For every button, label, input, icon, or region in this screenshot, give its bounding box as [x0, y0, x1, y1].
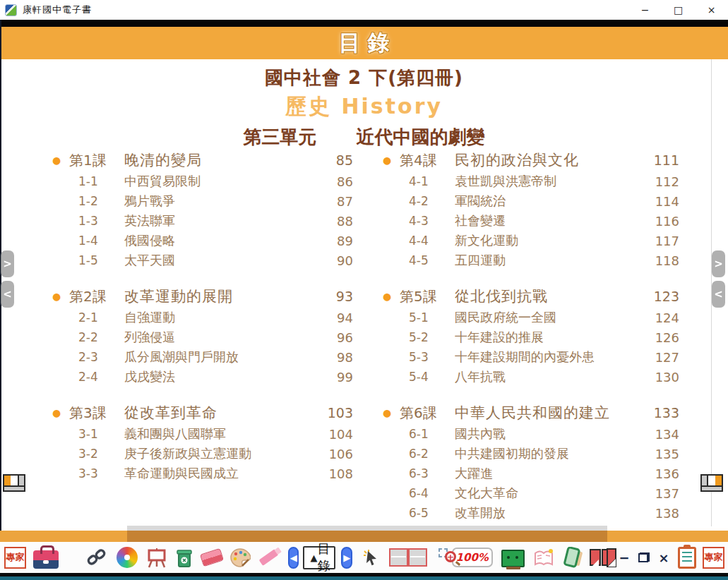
- toolbox-icon[interactable]: [33, 550, 59, 569]
- section-title: 五四運動: [455, 252, 640, 269]
- cursor-icon[interactable]: [362, 548, 381, 567]
- notebook-icon[interactable]: [533, 548, 554, 567]
- toc-sub-row[interactable]: 5-2十年建設的推展126: [374, 327, 679, 347]
- section-title: 國共內戰: [455, 425, 640, 442]
- link-icon[interactable]: [87, 548, 107, 567]
- section-number: 4-1: [400, 174, 455, 188]
- toc-sub-row[interactable]: 3-1義和團與八國聯軍104: [44, 424, 353, 444]
- color-wheel-icon[interactable]: [117, 547, 138, 568]
- toc-section: ●第5課從北伐到抗戰1235-1國民政府統一全國1245-2十年建設的推展126…: [374, 285, 679, 387]
- titlebar: 康軒國中電子書 − □ ×: [0, 0, 728, 20]
- toc-lesson-row[interactable]: ●第3課從改革到革命103: [44, 401, 353, 424]
- toc-sub-row[interactable]: 1-3英法聯軍88: [44, 211, 353, 231]
- toc-sub-row[interactable]: 2-2列強侵逼96: [44, 327, 353, 347]
- zoom-tool-icon[interactable]: +: [438, 547, 448, 568]
- section-title: 俄國侵略: [124, 232, 314, 249]
- palette-icon[interactable]: [229, 548, 251, 568]
- subject-title: 歷史 History: [0, 92, 728, 121]
- maximize-button[interactable]: □: [662, 0, 695, 20]
- page-jump-arrow-icon[interactable]: ▲: [310, 552, 317, 563]
- section-page-number: 117: [640, 234, 679, 248]
- eraser-icon[interactable]: [200, 548, 224, 567]
- toc-sub-row[interactable]: 3-2庚子後新政與立憲運動106: [44, 444, 353, 464]
- lesson-title: 從改革到革命: [124, 403, 314, 423]
- toc-column-left: ●第1課晚清的變局851-1中西貿易限制861-2鴉片戰爭871-3英法聯軍88…: [44, 149, 353, 538]
- toc-sub-row[interactable]: 6-1國共內戰134: [374, 424, 679, 444]
- double-page-view-icon[interactable]: [590, 548, 599, 567]
- toc-sub-row[interactable]: 5-3十年建設期間的內憂外患127: [374, 347, 679, 367]
- section-number: 3-2: [69, 447, 124, 461]
- toc-sub-row[interactable]: 4-2軍閥統治114: [374, 191, 679, 211]
- horizontal-scrollbar-track[interactable]: [127, 526, 607, 531]
- page-forward-button-right[interactable]: >: [712, 250, 725, 277]
- page-back-button-right[interactable]: <: [712, 281, 725, 308]
- toc-sub-row[interactable]: 6-5改革開放138: [374, 503, 679, 523]
- toc-sub-row[interactable]: 2-4戊戌變法99: [44, 367, 353, 387]
- prev-page-button[interactable]: ◀: [288, 547, 299, 569]
- toc-sub-row[interactable]: 4-4新文化運動117: [374, 231, 679, 250]
- section-number: 3-1: [69, 427, 124, 441]
- section-title: 十年建設的推展: [455, 329, 640, 346]
- toc-sub-row[interactable]: 1-2鴉片戰爭87: [44, 191, 353, 211]
- horizontal-scrollbar-thumb[interactable]: [127, 531, 607, 542]
- toc-lesson-row[interactable]: ●第4課民初的政治與文化111: [374, 149, 679, 171]
- section-number: 6-3: [400, 466, 455, 481]
- open-book-icon[interactable]: [388, 547, 429, 569]
- close-button[interactable]: ×: [695, 0, 728, 20]
- trash-icon[interactable]: [176, 548, 193, 568]
- toc-sub-row[interactable]: 6-2中共建國初期的發展135: [374, 444, 679, 464]
- section-page-number: 136: [640, 466, 679, 481]
- page-back-button-left[interactable]: <: [1, 281, 14, 308]
- toc-sub-row[interactable]: 3-3革命運動與民國成立108: [44, 464, 353, 483]
- section-page-number: 135: [640, 447, 679, 461]
- expert-mode-button-right[interactable]: 專家: [703, 547, 724, 569]
- toc-lesson-row[interactable]: ●第5課從北伐到抗戰123: [374, 285, 679, 308]
- clipboard-list-icon[interactable]: [678, 547, 696, 569]
- toc-sub-row[interactable]: 6-3大躍進136: [374, 464, 679, 483]
- chalkboard-icon[interactable]: [501, 550, 525, 567]
- next-page-button[interactable]: ▶: [341, 547, 352, 569]
- toc-sub-row[interactable]: 5-1國民政府統一全國124: [374, 308, 679, 327]
- toc-section: ●第6課中華人民共和國的建立1336-1國共內戰1346-2中共建國初期的發展1…: [374, 401, 679, 523]
- toc-sub-row[interactable]: 4-5五四運動118: [374, 250, 679, 270]
- toc-lesson-row[interactable]: ●第2課改革運動的展開93: [44, 285, 353, 308]
- section-number: 5-4: [400, 370, 455, 384]
- toolbar-close-button[interactable]: ×: [656, 550, 672, 565]
- corner-page-flip-left-icon[interactable]: [3, 474, 25, 492]
- page-selector[interactable]: ▲ 目錄: [303, 546, 335, 569]
- toc-sub-row[interactable]: 1-4俄國侵略89: [44, 231, 353, 250]
- lesson-number: 第4課: [400, 151, 455, 170]
- section-page-number: 134: [640, 427, 679, 442]
- expert-mode-button-left[interactable]: 專家: [4, 547, 26, 569]
- minimize-button[interactable]: −: [628, 0, 662, 20]
- toc-sub-row[interactable]: 1-5太平天國90: [44, 250, 353, 270]
- toc-sub-row[interactable]: 4-3社會變遷116: [374, 211, 679, 231]
- toc-lesson-row[interactable]: ●第6課中華人民共和國的建立133: [374, 401, 679, 424]
- lesson-number: 第3課: [69, 404, 124, 423]
- corner-page-flip-right-icon[interactable]: [700, 474, 723, 492]
- section-number: 1-5: [69, 253, 124, 267]
- toc-sub-row[interactable]: 6-4文化大革命137: [374, 483, 679, 503]
- section-page-number: 99: [314, 370, 353, 385]
- easel-icon[interactable]: [146, 548, 167, 568]
- lesson-page-number: 103: [314, 405, 353, 421]
- toc-columns: ●第1課晚清的變局851-1中西貿易限制861-2鴉片戰爭871-3英法聯軍88…: [0, 149, 728, 538]
- toolbar-restore-button[interactable]: [638, 552, 650, 562]
- toc-sub-row[interactable]: 4-1袁世凱與洪憲帝制112: [374, 171, 679, 191]
- toc-sub-row[interactable]: 5-4八年抗戰130: [374, 367, 679, 387]
- tablet-hand-icon[interactable]: [561, 547, 583, 568]
- section-title: 中西貿易限制: [124, 173, 314, 190]
- section-title: 戊戌變法: [124, 368, 314, 385]
- toolbar-minimize-button[interactable]: −: [616, 550, 632, 565]
- toc-sub-row[interactable]: 2-1自強運動94: [44, 308, 353, 327]
- toc-sub-row[interactable]: 2-3瓜分風潮與門戶開放98: [44, 347, 353, 367]
- bottom-accent-line: [0, 576, 728, 580]
- toc-sub-row[interactable]: 1-1中西貿易限制86: [44, 171, 353, 191]
- toc-lesson-row[interactable]: ●第1課晚清的變局85: [44, 149, 353, 171]
- page-forward-button-left[interactable]: >: [1, 250, 14, 277]
- highlighter-icon[interactable]: [259, 549, 279, 566]
- lesson-number: 第2課: [69, 287, 124, 306]
- section-title: 自強運動: [124, 309, 314, 326]
- lesson-page-number: 85: [314, 152, 353, 168]
- single-page-view-icon[interactable]: [607, 548, 616, 567]
